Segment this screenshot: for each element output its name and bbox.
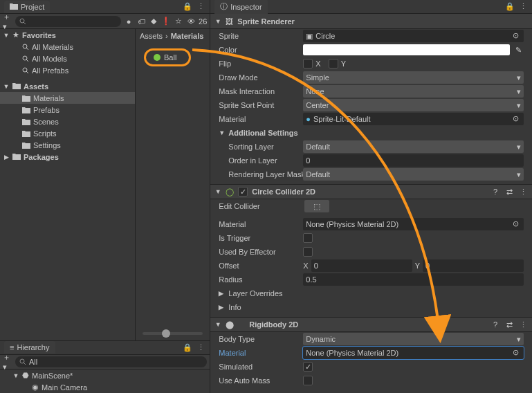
filter-type-icon[interactable]: 🏷 bbox=[136, 17, 146, 26]
eyedropper-icon[interactable]: ✎ bbox=[513, 44, 524, 55]
used-by-effector-checkbox[interactable] bbox=[303, 247, 313, 257]
context-menu-icon[interactable]: ⋮ bbox=[518, 320, 528, 329]
inspector-tab-label: Inspector bbox=[230, 3, 262, 11]
circle-collider-header[interactable]: ▼ ◯ ✓ Circle Collider 2D ? ⇄ ⋮ bbox=[210, 184, 532, 199]
object-picker-icon[interactable]: ⊙ bbox=[513, 114, 521, 122]
radius-field[interactable] bbox=[303, 273, 524, 286]
layer-overrides-header[interactable]: ▶Layer Overrides bbox=[210, 286, 532, 300]
svg-line-10 bbox=[24, 363, 26, 365]
preset-icon[interactable]: ⇄ bbox=[504, 320, 514, 329]
prop-label: Material bbox=[219, 115, 303, 123]
prop-label: Material bbox=[219, 220, 303, 228]
offset-x-field[interactable] bbox=[311, 259, 412, 272]
favorite-item[interactable]: All Prefabs bbox=[0, 64, 135, 76]
favorite-item[interactable]: All Models bbox=[0, 53, 135, 64]
sprite-field[interactable]: ▣Circle bbox=[303, 30, 524, 42]
hierarchy-tab-label: Hierarchy bbox=[17, 343, 49, 351]
expand-arrow-icon: ▼ bbox=[219, 129, 226, 136]
chevron-down-icon: ▾ bbox=[517, 101, 521, 110]
cc-material-field[interactable]: None (Physics Material 2D) bbox=[303, 218, 524, 230]
visibility-icon[interactable]: 👁 bbox=[186, 17, 196, 26]
assets-label: Assets bbox=[24, 82, 48, 91]
packages-header[interactable]: ▶ Packages bbox=[0, 151, 135, 163]
sr-material-field[interactable]: ●Sprite-Lit-Default bbox=[303, 113, 524, 125]
favorite-item[interactable]: All Materials bbox=[0, 41, 135, 53]
filter-warn-icon[interactable]: ❗ bbox=[161, 17, 171, 26]
filter-label-icon[interactable]: ◆ bbox=[149, 17, 158, 26]
assets-folder-materials[interactable]: Materials bbox=[0, 92, 135, 104]
svg-line-3 bbox=[26, 48, 28, 50]
render-mask-dropdown[interactable]: Default▾ bbox=[303, 168, 524, 181]
object-picker-icon[interactable]: ⊙ bbox=[513, 348, 521, 356]
assets-header[interactable]: ▼ Assets bbox=[0, 80, 135, 92]
preset-icon[interactable]: ⇄ bbox=[504, 187, 514, 196]
save-icon[interactable]: ☆ bbox=[174, 17, 183, 26]
assets-folder[interactable]: Scenes bbox=[0, 116, 135, 127]
flip-x-checkbox[interactable] bbox=[303, 59, 313, 68]
body-type-dropdown[interactable]: Dynamic▾ bbox=[303, 333, 524, 345]
circle-collider-icon: ◯ bbox=[226, 188, 234, 196]
search-icon bbox=[19, 18, 26, 25]
color-field[interactable] bbox=[303, 44, 510, 55]
draw-mode-dropdown[interactable]: Simple▾ bbox=[303, 71, 524, 84]
project-search-input[interactable] bbox=[15, 16, 121, 27]
order-field[interactable] bbox=[303, 154, 524, 167]
prop-label: Order in Layer bbox=[219, 156, 303, 165]
chevron-down-icon: ▾ bbox=[517, 143, 521, 152]
rigidbody-header[interactable]: ▼ ⬤ Rigidbody 2D ? ⇄ ⋮ bbox=[210, 317, 532, 332]
hierarchy-tree: ▼ ⬣ MainScene* ◉ Main Camera bbox=[0, 369, 210, 393]
breadcrumb-item[interactable]: Materials bbox=[171, 32, 204, 40]
context-menu-icon[interactable]: ⋮ bbox=[196, 342, 205, 352]
lock-icon[interactable]: 🔒 bbox=[183, 342, 192, 352]
lock-icon[interactable]: 🔒 bbox=[183, 2, 192, 12]
add-button[interactable]: ＋▾ bbox=[3, 357, 12, 367]
search-icon bbox=[22, 67, 29, 74]
search-icon bbox=[19, 358, 26, 365]
folder-icon bbox=[22, 130, 30, 137]
mask-dropdown[interactable]: None▾ bbox=[303, 85, 524, 98]
project-tree: ▼ ★ Favorites All Materials All Models A… bbox=[0, 29, 136, 340]
component-enabled-checkbox[interactable]: ✓ bbox=[238, 187, 248, 196]
offset-y-field[interactable] bbox=[423, 259, 524, 272]
edit-collider-button[interactable]: ⬚ bbox=[304, 200, 329, 212]
hierarchy-search-input[interactable]: All bbox=[15, 356, 207, 367]
is-trigger-checkbox[interactable] bbox=[303, 233, 313, 243]
auto-mass-checkbox[interactable] bbox=[303, 376, 313, 385]
rb-material-field[interactable]: None (Physics Material 2D) bbox=[303, 347, 524, 359]
favorites-header[interactable]: ▼ ★ Favorites bbox=[0, 29, 135, 41]
simulated-checkbox[interactable]: ✓ bbox=[303, 362, 313, 372]
hierarchy-toolbar: ＋▾ All bbox=[0, 355, 210, 369]
asset-ball[interactable]: Ball bbox=[144, 48, 191, 66]
gameobject-item[interactable]: ◉ Main Camera bbox=[0, 381, 210, 393]
scene-item[interactable]: ▼ ⬣ MainScene* bbox=[0, 369, 210, 381]
folder-icon bbox=[10, 3, 18, 11]
sprite-renderer-header[interactable]: ▼ 🖼 Sprite Renderer bbox=[210, 14, 532, 29]
inspector-tab[interactable]: ⓘ Inspector bbox=[214, 0, 267, 14]
context-menu-icon[interactable]: ⋮ bbox=[518, 2, 528, 12]
help-icon[interactable]: ? bbox=[490, 187, 500, 196]
packages-label: Packages bbox=[24, 153, 59, 161]
context-menu-icon[interactable]: ⋮ bbox=[196, 2, 205, 12]
lock-icon[interactable]: 🔒 bbox=[505, 2, 515, 12]
additional-settings-header[interactable]: ▼Additional Settings bbox=[210, 126, 532, 140]
help-icon[interactable]: ? bbox=[490, 320, 500, 329]
breadcrumb-item[interactable]: Assets bbox=[140, 32, 163, 40]
info-header[interactable]: ▶Info bbox=[210, 300, 532, 314]
prop-label: Radius bbox=[219, 275, 303, 284]
object-picker-icon[interactable]: ⊙ bbox=[513, 31, 521, 39]
object-picker-icon[interactable]: ⊙ bbox=[513, 219, 521, 228]
thumbnail-size-slider[interactable] bbox=[143, 332, 203, 335]
context-menu-icon[interactable]: ⋮ bbox=[518, 187, 528, 196]
assets-folder[interactable]: Prefabs bbox=[0, 104, 135, 116]
camera-icon: ◉ bbox=[32, 383, 39, 392]
component-title: Rigidbody 2D bbox=[238, 320, 486, 329]
filter-favorite-icon[interactable]: ● bbox=[124, 17, 134, 26]
sort-point-dropdown[interactable]: Center▾ bbox=[303, 99, 524, 111]
assets-folder[interactable]: Scripts bbox=[0, 127, 135, 139]
sorting-layer-dropdown[interactable]: Default▾ bbox=[303, 140, 524, 153]
add-button[interactable]: ＋▾ bbox=[3, 17, 12, 26]
assets-folder[interactable]: Settings bbox=[0, 139, 135, 151]
expand-arrow-icon: ▶ bbox=[219, 290, 226, 297]
hierarchy-panel-header: ≡ Hierarchy 🔒 ⋮ bbox=[0, 341, 210, 355]
flip-y-checkbox[interactable] bbox=[329, 59, 338, 68]
